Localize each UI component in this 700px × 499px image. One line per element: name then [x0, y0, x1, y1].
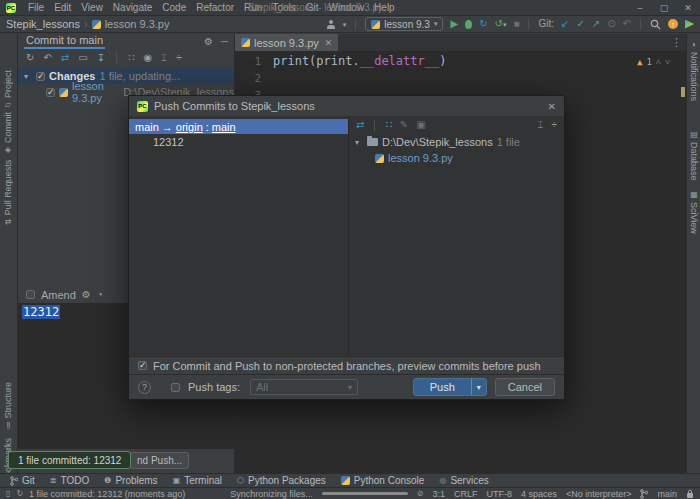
cancel-button[interactable]: Cancel: [495, 378, 555, 396]
expand-all-icon[interactable]: ⌶: [538, 120, 544, 130]
toolwindow-database[interactable]: ▤Database: [689, 130, 699, 181]
encoding-indicator[interactable]: UTF-8: [486, 489, 512, 499]
close-tab-icon[interactable]: ✕: [325, 38, 333, 48]
target-branch-link[interactable]: main: [212, 121, 236, 133]
run-button[interactable]: ▶: [450, 19, 458, 29]
toolwindow-python-packages[interactable]: ⬡Python Packages: [237, 475, 326, 486]
menu-edit[interactable]: Edit: [49, 0, 76, 16]
git-push-icon[interactable]: ↗: [592, 19, 600, 29]
branch-row[interactable]: main → origin : main: [129, 119, 348, 134]
group-by-icon[interactable]: ∷: [385, 120, 391, 130]
file-checkbox[interactable]: [46, 88, 55, 97]
remote-link[interactable]: origin: [176, 121, 203, 133]
amend-label: Amend: [41, 289, 76, 301]
git-branch-name[interactable]: main: [657, 489, 677, 499]
line-ending-indicator[interactable]: CRLF: [454, 489, 478, 499]
dialog-close-icon[interactable]: ✕: [548, 101, 556, 112]
menu-navigate[interactable]: Navigate: [108, 0, 157, 16]
lock-icon[interactable]: [686, 489, 694, 499]
toolwindow-project[interactable]: ▱Project: [3, 70, 13, 110]
commit-list-item[interactable]: 12312: [129, 134, 348, 149]
shelf-download-icon[interactable]: ↧: [97, 53, 105, 63]
rollback-icon[interactable]: ↶: [623, 19, 631, 29]
gear-icon[interactable]: ⚙: [204, 37, 213, 47]
push-dropdown-icon[interactable]: ▾: [471, 379, 486, 395]
status-message[interactable]: 1 file committed: 12312 (moments ago): [29, 489, 185, 499]
refresh-icon[interactable]: ↻: [26, 53, 34, 63]
toolwindow-services[interactable]: ◎Services: [439, 475, 488, 486]
toolwindow-sciview[interactable]: ▦SciView: [689, 190, 699, 234]
changes-root-row[interactable]: ▾ Changes 1 file, updating...: [18, 68, 234, 84]
push-tags-checkbox[interactable]: [171, 383, 180, 392]
run-configuration-select[interactable]: lesson 9.3 ▾: [365, 17, 443, 31]
changes-checkbox[interactable]: [36, 72, 45, 81]
editor-tab[interactable]: lesson 9.3.py ✕: [235, 34, 338, 51]
commit-tab[interactable]: Commit to main: [24, 34, 105, 49]
push-button[interactable]: Push ▾: [413, 378, 487, 396]
group-by-icon[interactable]: ∷: [128, 53, 134, 63]
preview-diff-icon[interactable]: ◉: [143, 53, 152, 63]
scrollbar-warning-mark[interactable]: [681, 87, 685, 97]
help-button[interactable]: ?: [138, 381, 151, 394]
changelist-icon[interactable]: ▭: [78, 53, 87, 63]
caret-position[interactable]: 3:1: [432, 489, 445, 499]
breadcrumb-file[interactable]: lesson 9.3.py: [105, 18, 170, 30]
chevron-down-icon[interactable]: ▾: [343, 21, 347, 28]
toolwindow-git[interactable]: Git: [10, 475, 35, 486]
maximize-button[interactable]: ▢: [652, 0, 676, 16]
shelve-icon[interactable]: ⇄: [61, 53, 69, 63]
toolwindow-notifications[interactable]: ◖Notifications: [689, 40, 699, 101]
collapse-all-icon[interactable]: ÷: [176, 53, 182, 63]
pushed-file-row[interactable]: lesson 9.3.py: [349, 150, 564, 166]
expand-all-icon[interactable]: ⌶: [161, 53, 167, 63]
commit-and-push-button[interactable]: nd Push...: [130, 452, 189, 469]
coverage-button[interactable]: ↺▾: [495, 19, 507, 29]
toolwindow-todo[interactable]: ≣TODO: [50, 475, 89, 486]
indent-indicator[interactable]: 4 spaces: [521, 489, 557, 499]
ide-update-icon[interactable]: ↑: [668, 19, 678, 29]
commit-icon: ◈: [4, 146, 13, 155]
rollback-icon[interactable]: ↶: [43, 53, 51, 63]
minimize-button[interactable]: –: [628, 0, 652, 16]
debug-button[interactable]: [465, 20, 472, 29]
git-commit-icon[interactable]: ✓: [576, 19, 584, 29]
toolwindow-python-console[interactable]: Python Console: [341, 475, 425, 486]
commit-notification-balloon[interactable]: 1 file committed: 12312: [8, 451, 131, 469]
amend-checkbox[interactable]: [26, 290, 35, 299]
collapse-all-icon[interactable]: ÷: [552, 120, 558, 130]
close-button[interactable]: ✕: [676, 0, 700, 16]
next-warning-icon[interactable]: ˅: [665, 54, 670, 71]
toolwindow-terminal[interactable]: ▣Terminal: [173, 475, 222, 486]
hide-icon[interactable]: ─: [221, 37, 228, 47]
prev-warning-icon[interactable]: ˄: [656, 54, 661, 71]
search-icon[interactable]: [650, 19, 661, 30]
history-icon[interactable]: ⊙: [607, 19, 615, 29]
preview-checkbox[interactable]: [138, 361, 147, 370]
compare-icon[interactable]: ⇄: [356, 120, 364, 130]
dialog-title-bar[interactable]: PC Push Commits to Stepik_lessons ✕: [129, 96, 564, 116]
profile-button[interactable]: ↻: [479, 19, 487, 29]
repo-root-row[interactable]: ▾ D:\Dev\Stepik_lessons 1 file: [349, 134, 564, 150]
cancel-sync-icon[interactable]: ⊘: [417, 489, 424, 498]
git-update-icon[interactable]: ↙: [561, 19, 569, 29]
message-history-icon[interactable]: ◔: [97, 290, 103, 300]
details-toolbar: ⇄ ∷ ✎ ▣ ⌶ ÷: [349, 116, 564, 134]
user-account-icon[interactable]: [327, 20, 336, 29]
toolwindow-pull-requests[interactable]: ⇅Pull Requests: [3, 160, 13, 225]
toolwindow-structure[interactable]: ≔Structure: [3, 382, 13, 430]
chevron-down-icon[interactable]: ▾: [355, 138, 363, 147]
window-icon[interactable]: ▯: [6, 489, 10, 498]
chevron-down-icon[interactable]: ▾: [24, 72, 32, 81]
learn-plugin-icon[interactable]: [685, 20, 694, 29]
inspections-widget[interactable]: ▲ 1 ˄ ˅: [637, 54, 670, 71]
menu-code[interactable]: Code: [157, 0, 191, 16]
gear-icon[interactable]: ⚙: [82, 290, 91, 300]
menu-refactor[interactable]: Refactor: [191, 0, 239, 16]
more-options-icon[interactable]: ⋮: [671, 36, 682, 49]
toolwindow-commit[interactable]: ◈Commit: [3, 112, 13, 155]
menu-file[interactable]: File: [23, 0, 49, 16]
menu-view[interactable]: View: [76, 0, 108, 16]
interpreter-indicator[interactable]: <No interpreter>: [566, 489, 632, 499]
breadcrumb-project[interactable]: Stepik_lessons: [6, 18, 80, 30]
toolwindow-problems[interactable]: ❶Problems: [104, 475, 157, 486]
